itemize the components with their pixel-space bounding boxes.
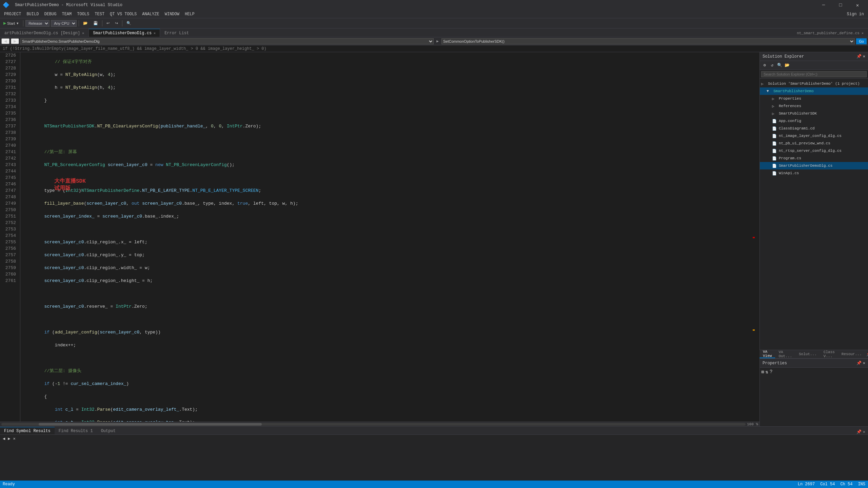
sign-in-button[interactable]: Sign in — [844, 10, 867, 18]
properties-controls: 📌 ✕ — [856, 361, 865, 366]
code-editor[interactable]: // 保证4字节对齐 w = NT_ByteAlign(w, 4); h = N… — [20, 52, 760, 422]
menu-bar: PROJECT BUILD DEBUG TEAM TOOLS TEST QT V… — [0, 10, 868, 18]
se-imagelayer[interactable]: 📄 nt_image_layer_config_dlg.cs — [760, 132, 868, 140]
code-line-2727: w = NT_ByteAlign(w, 4); — [23, 72, 757, 78]
menu-debug[interactable]: DEBUG — [41, 10, 59, 18]
nav-back-button[interactable]: ◀ — [1, 38, 9, 44]
menu-project[interactable]: PROJECT — [1, 10, 24, 18]
maximize-button[interactable]: □ — [833, 0, 848, 10]
se-solution[interactable]: ▷ Solution 'SmartPublisherDemo' (1 proje… — [760, 80, 868, 87]
se-classdiagram[interactable]: 📄 ClassDiagram1.cd — [760, 125, 868, 132]
code-line-2743: screen_layer_c0.clip_region_.height_ = h… — [23, 278, 757, 284]
configuration-dropdown[interactable]: Release Debug — [25, 20, 50, 27]
se-project[interactable]: ▼ SmartPublisherDemo — [760, 87, 868, 95]
menu-window[interactable]: WINDOW — [162, 10, 182, 18]
va-out-tab[interactable]: VA Out... — [775, 350, 795, 358]
tab-find-symbol-results[interactable]: Find Symbol Results — [0, 427, 55, 434]
menu-qtvs[interactable]: QT VS TOOLS — [107, 10, 139, 18]
start-button[interactable]: ▶ Start ▼ — [1, 20, 21, 27]
code-line-2740: screen_layer_c0.clip_region_.x_ = left; — [23, 239, 757, 245]
find-clear-icon[interactable]: ✕ — [13, 436, 15, 441]
menu-analyze[interactable]: ANALYZE — [139, 10, 162, 18]
nav-method-selector[interactable]: SetCommonOptionToPublisherSDK() — [441, 38, 855, 44]
se-toolbar-collapse[interactable]: 📂 — [784, 62, 790, 69]
class-v-tab[interactable]: Class V... — [820, 350, 838, 358]
va-tabs-pin[interactable]: 📌 — [865, 352, 868, 357]
resour-tab[interactable]: Resour... — [838, 350, 865, 358]
menu-help[interactable]: HELP — [182, 10, 197, 18]
se-program[interactable]: 📄 Program.cs — [760, 155, 868, 162]
find-symbol-toolbar: ◀ ▶ ✕ — [3, 436, 865, 441]
se-winapi[interactable]: 📄 WinApi.cs — [760, 169, 868, 177]
nav-forward-button[interactable]: ▶ — [11, 38, 19, 44]
tab-design[interactable]: artPublisherDemoDlg.cs [Design] ✕ — [0, 29, 88, 37]
find-prev-icon[interactable]: ◀ — [3, 436, 5, 441]
se-sdk-label: SmartPublisherSDK — [779, 111, 817, 116]
tab-find-results-1[interactable]: Find Results 1 — [55, 427, 97, 434]
properties-sort-icon[interactable]: ⇅ — [765, 369, 768, 375]
platform-dropdown[interactable]: Any CPU — [51, 20, 77, 27]
warning-marker — [753, 329, 755, 331]
title-bar-controls: ─ □ ✕ — [816, 0, 865, 10]
references-expand-icon: ▷ — [772, 104, 777, 108]
code-line-2751: if (-1 != cur_sel_camera_index_) — [23, 381, 757, 387]
nav-bar: ◀ ▶ SmartPublisherDemo.SmartPublisherDem… — [0, 37, 868, 45]
error-margin-panel — [753, 52, 755, 422]
se-imagelayer-label: nt_image_layer_config_dlg.cs — [779, 134, 842, 138]
se-smartpublisher-dlg[interactable]: 📄 SmartPublisherDemoDlg.cs — [760, 162, 868, 169]
toolbar-btn-1[interactable]: 📂 — [81, 20, 90, 27]
tab-errorlist-label: Error List — [164, 31, 189, 36]
properties-pin[interactable]: 📌 — [856, 361, 862, 366]
se-preview[interactable]: 📄 nt_pb_ui_preview_wnd.cs — [760, 140, 868, 147]
va-view-tab[interactable]: VA View — [760, 350, 775, 358]
se-references[interactable]: ▷ References — [760, 102, 868, 110]
code-line-2731: NTSmartPublisherSDK.NT_PB_ClearLayersCon… — [23, 123, 757, 129]
tab-design-close[interactable]: ✕ — [82, 31, 84, 35]
tab-errorlist[interactable]: Error List — [160, 29, 193, 37]
status-ins: INS — [858, 482, 865, 487]
properties-help-icon[interactable]: ? — [770, 369, 772, 375]
tab-smartpublisher-close[interactable]: ✕ — [154, 31, 156, 35]
minimize-button[interactable]: ─ — [816, 0, 831, 10]
play-icon: ▶ — [3, 21, 6, 25]
tab-smartpublisher[interactable]: SmartPublisherDemoDlg.cs ✕ — [88, 29, 160, 37]
se-rtsp[interactable]: 📄 nt_rtsp_server_config_dlg.cs — [760, 147, 868, 155]
go-button[interactable]: Go — [856, 38, 867, 44]
bottom-close-icon[interactable]: ✕ — [863, 429, 865, 434]
properties-close[interactable]: ✕ — [863, 361, 865, 366]
properties-grid-icon[interactable]: ⊞ — [761, 369, 764, 375]
zoom-level: 100 % — [747, 422, 758, 426]
se-properties[interactable]: ▷ Properties — [760, 95, 868, 102]
find-next-icon[interactable]: ▶ — [8, 436, 10, 441]
se-toolbar-properties[interactable]: ⚙ — [761, 62, 768, 69]
se-header: Solution Explorer 📌 ✕ — [760, 52, 868, 61]
toolbar-redo[interactable]: ↪ — [113, 20, 120, 27]
se-solution-label: Solution 'SmartPublisherDemo' (1 project… — [768, 82, 860, 86]
close-button[interactable]: ✕ — [850, 0, 865, 10]
menu-team[interactable]: TEAM — [59, 10, 74, 18]
toolbar-btn-2[interactable]: 💾 — [91, 20, 100, 27]
toolbar-search[interactable]: 🔍 — [124, 20, 133, 27]
h-scroll-thumb[interactable] — [39, 423, 262, 426]
tab-define[interactable]: nt_smart_publisher_define.cs ✕ — [792, 29, 868, 37]
main-area: 2726 2727 2728 2729 2730 2731 2732 2733 … — [0, 52, 868, 426]
tab-output[interactable]: Output — [97, 427, 120, 434]
se-search-input[interactable] — [761, 71, 867, 77]
se-pin-button[interactable]: 📌 — [856, 54, 862, 59]
nav-class-selector[interactable]: SmartPublisherDemo.SmartPublisherDemoDlg — [20, 38, 434, 44]
toolbar-undo[interactable]: ↩ — [104, 20, 112, 27]
menu-test[interactable]: TEST — [92, 10, 107, 18]
tab-define-close[interactable]: ✕ — [862, 31, 864, 35]
se-smartpublishersdk[interactable]: ▷ SmartPublisherSDK — [760, 110, 868, 117]
h-scrollbar[interactable]: 100 % — [0, 422, 760, 426]
se-toolbar-filter[interactable]: 🔍 — [776, 62, 783, 69]
menu-build[interactable]: BUILD — [24, 10, 41, 18]
solut-tab[interactable]: Solut... — [795, 350, 820, 358]
se-close-button[interactable]: ✕ — [863, 54, 865, 59]
bottom-pin-icon[interactable]: 📌 — [856, 429, 862, 434]
se-appconfig[interactable]: 📄 App.config — [760, 117, 868, 125]
menu-tools[interactable]: TOOLS — [74, 10, 92, 18]
se-toolbar-refresh[interactable]: ↺ — [769, 62, 775, 69]
code-line-2754: int c_t = Int32.Parse(edit_camera_overla… — [23, 419, 757, 422]
right-panel: Solution Explorer 📌 ✕ ⚙ ↺ 🔍 📂 ▷ Solution… — [760, 52, 868, 426]
